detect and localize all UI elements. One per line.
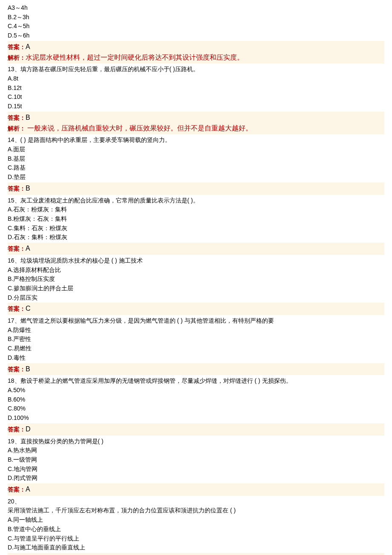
q19-option-a: A.热水热网 — [8, 446, 384, 455]
explain-label: 解析： — [8, 125, 26, 132]
q19-answer: A — [26, 486, 30, 493]
q17-option-b: B.严密性 — [8, 335, 384, 344]
q12-answer: A — [26, 43, 30, 50]
q13-stem: 13、填方路基在碾压时应先轻后重，最后碾压的机械不应小于( )压路机。 — [8, 65, 384, 74]
q20-option-d: D.与施工地面垂直的垂直线上 — [8, 543, 384, 552]
answer-label: 答案： — [8, 114, 26, 121]
q13-option-c: C.10t — [8, 92, 384, 102]
q14-option-b: B.基层 — [8, 154, 384, 164]
q17-answer: B — [26, 365, 30, 373]
q13-option-a: A.8t — [8, 74, 384, 84]
q20-option-a: A.同一轴线上 — [8, 515, 384, 525]
q14-answer: B — [26, 185, 30, 192]
q18-option-c: C.80% — [8, 404, 384, 413]
q15-option-b: B.粉煤灰：石灰：集料 — [8, 214, 384, 224]
q19-answer-bar: 答案：A — [8, 483, 384, 496]
q13-explain: 一般来说，压路机械自重较大时，碾压效果较好。但并不是自重越大越好。 — [26, 124, 252, 132]
q20-option-c: C.与管道呈平行的平行线上 — [8, 534, 384, 543]
q19-option-d: D.闭式管网 — [8, 474, 384, 483]
answer-label: 答案： — [8, 305, 26, 312]
q14-option-d: D.垫层 — [8, 173, 384, 182]
answer-label: 答案： — [8, 245, 26, 252]
q15-stem: 15、灰工业废渣稳定土的配合比应准确，它常用的质量比表示方法是( )。 — [8, 196, 384, 205]
answer-label: 答案： — [8, 486, 26, 493]
q19-option-c: C.地沟管网 — [8, 465, 384, 474]
q17-stem: 17、燃气管道之所以要根据输气压力来分级，是因为燃气管道的 ( ) 与其他管道相… — [8, 316, 384, 326]
q12-option-d: D.5～6h — [8, 31, 384, 40]
q13-answer-bar: 答案：B 解析： 一般来说，压路机械自重较大时，碾压效果较好。但并不是自重越大越… — [8, 112, 384, 135]
q13-option-d: D.15t — [8, 102, 384, 111]
q17-answer-bar: 答案：B — [8, 363, 384, 376]
q12-option-b: B.2～3h — [8, 13, 384, 22]
q18-option-a: A.50% — [8, 386, 384, 395]
q16-answer-bar: 答案：C — [8, 303, 384, 315]
q18-option-d: D.100% — [8, 413, 384, 423]
q16-answer: C — [26, 305, 31, 312]
q17-option-a: A.防爆性 — [8, 326, 384, 335]
q16-option-c: C.掺加膨润土的拌合土层 — [8, 284, 384, 293]
q18-answer: D — [26, 425, 31, 433]
q20-num: 20、 — [8, 497, 384, 506]
explain-label: 解析： — [8, 54, 26, 61]
q18-stem: 18、敷设于桥梁上的燃气管道应采用加厚的无缝钢管或焊接钢管，尽量减少焊缝，对焊缝… — [8, 376, 384, 386]
answer-label: 答案： — [8, 43, 26, 50]
q16-option-a: A.选择原材料配合比 — [8, 266, 384, 275]
answer-label: 答案： — [8, 426, 26, 433]
q14-option-c: C.路基 — [8, 163, 384, 173]
q12-explain: 水泥层水硬性材料，超过一定时间硬化后将达不到其设计强度和压实度。 — [26, 54, 244, 61]
q20-answer-bar: 答案：A — [8, 553, 384, 555]
q14-answer-bar: 答案：B — [8, 182, 384, 195]
q17-option-c: C.易燃性 — [8, 344, 384, 353]
q20-stem: 采用顶管法施工，千斤顶应左右对称布置，顶力的合力位置应该和顶进抗力的位置在 ( … — [8, 506, 384, 515]
q18-answer-bar: 答案：D — [8, 423, 384, 436]
q12-option-a: A3～4h — [8, 3, 384, 13]
q17-option-d: D.毒性 — [8, 353, 384, 363]
q14-stem: 14、( ) 是路面结构中的承重层，主要承受车辆荷载的竖向力。 — [8, 136, 384, 145]
q15-answer-bar: 答案：A — [8, 243, 384, 255]
q16-stem: 16、垃圾填埋场泥质防水技术的核心是 ( ) 施工技术 — [8, 256, 384, 266]
q16-option-b: B.严格控制压实度 — [8, 275, 384, 284]
q15-option-d: D.石灰：集料：粉煤灰 — [8, 233, 384, 242]
q13-answer: B — [26, 114, 30, 121]
answer-label: 答案： — [8, 366, 26, 373]
q13-option-b: B.12t — [8, 84, 384, 93]
q15-answer: A — [26, 245, 30, 252]
q19-stem: 19、直接按热媒分类的热力管网是( ) — [8, 437, 384, 446]
q19-option-b: B.一级管网 — [8, 455, 384, 465]
q20-option-b: B.管道中心的垂线上 — [8, 525, 384, 534]
q18-option-b: B.60% — [8, 395, 384, 405]
q12-option-c: C.4～5h — [8, 22, 384, 31]
q15-option-a: A.石灰：粉煤灰：集料 — [8, 205, 384, 214]
q15-option-c: C.集料：石灰：粉煤灰 — [8, 224, 384, 233]
q12-answer-bar: 答案：A 解析：水泥层水硬性材料，超过一定时间硬化后将达不到其设计强度和压实度。 — [8, 41, 384, 64]
q14-option-a: A.面层 — [8, 145, 384, 154]
q16-option-d: D.分层压实 — [8, 293, 384, 303]
answer-label: 答案： — [8, 185, 26, 192]
